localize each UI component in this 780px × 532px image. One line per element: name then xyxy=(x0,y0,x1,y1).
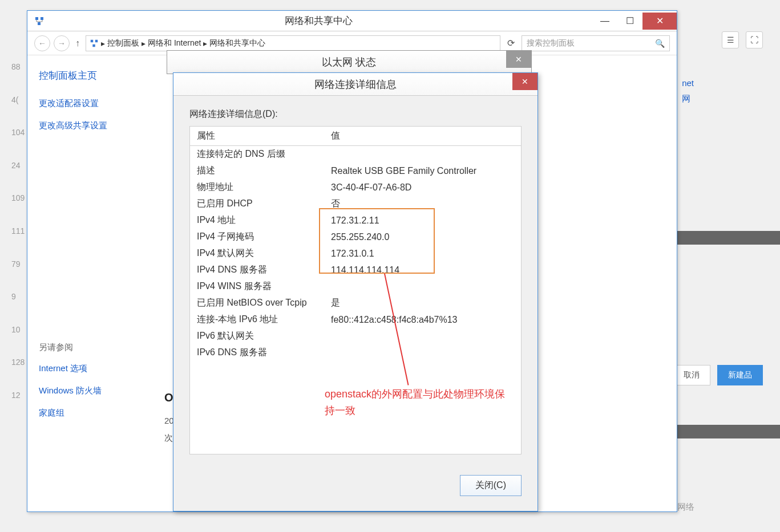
sidebar-link[interactable]: Windows 防火墙 xyxy=(39,385,153,396)
close-button[interactable]: ✕ xyxy=(506,51,531,68)
network-link[interactable]: 网 xyxy=(682,94,694,104)
svg-rect-0 xyxy=(35,17,38,20)
titlebar: 网络和共享中心 — ☐ ✕ xyxy=(27,11,677,31)
sidebar-link[interactable]: 更改适配器设置 xyxy=(39,98,153,109)
nav-forward-button[interactable]: → xyxy=(54,35,70,51)
sidebar-link[interactable]: Internet 选项 xyxy=(39,363,153,374)
table-row[interactable]: IPv6 默认网关 xyxy=(190,328,521,344)
svg-rect-2 xyxy=(38,22,41,25)
table-row[interactable]: IPv4 WINS 服务器 xyxy=(190,278,521,295)
close-button[interactable]: ✕ xyxy=(512,73,537,90)
nav-back-button[interactable]: ← xyxy=(34,35,50,51)
control-panel-home-link[interactable]: 控制面板主页 xyxy=(39,69,153,82)
table-row[interactable]: 物理地址3C-40-4F-07-A6-8D xyxy=(190,179,521,196)
minimize-button[interactable]: — xyxy=(592,13,617,30)
svg-rect-1 xyxy=(41,17,43,20)
network-icon xyxy=(34,16,45,26)
network-details-dialog: 网络连接详细信息 ✕ 网络连接详细信息(D): 属性 值 连接特定的 DNS 后… xyxy=(173,72,538,511)
close-c-button[interactable]: 关闭(C) xyxy=(460,475,522,496)
col-value: 值 xyxy=(324,127,521,146)
editor-gutter: 884(104 24109111 79910 12812 xyxy=(11,62,25,423)
table-row[interactable]: IPv4 DNS 服务器114.114.114.114 xyxy=(190,262,521,278)
sidebar-link[interactable]: 更改高级共享设置 xyxy=(39,120,153,131)
breadcrumb-part[interactable]: 控制面板 xyxy=(107,38,139,48)
window-title: 网络和共享中心 xyxy=(45,14,592,27)
network-link[interactable]: net xyxy=(682,78,694,88)
sidebar: 控制面板主页 更改适配器设置 更改高级共享设置 另请参阅 Internet 选项… xyxy=(27,55,164,511)
table-row[interactable]: 连接-本地 IPv6 地址fe80::412a:c458:f4c8:a4b7%1… xyxy=(190,311,521,328)
annotation-text: openstack的外网配置与此处物理环境保持一致 xyxy=(325,386,513,419)
list-icon[interactable]: ☰ xyxy=(722,31,739,48)
ethernet-status-dialog-title: 以太网 状态 ✕ xyxy=(167,50,532,74)
table-row[interactable]: IPv4 子网掩码255.255.240.0 xyxy=(190,229,521,245)
svg-rect-5 xyxy=(92,44,95,46)
network-icon xyxy=(90,39,99,48)
svg-rect-3 xyxy=(91,39,93,42)
create-button[interactable]: 新建品 xyxy=(717,365,763,385)
col-property: 属性 xyxy=(190,127,324,146)
sidebar-link[interactable]: 家庭组 xyxy=(39,408,153,419)
table-row[interactable]: 已启用 NetBIOS over Tcpip是 xyxy=(190,295,521,311)
close-button[interactable]: ✕ xyxy=(642,13,677,30)
search-input[interactable]: 搜索控制面板 🔍 xyxy=(522,35,670,51)
search-icon: 🔍 xyxy=(655,39,665,48)
nav-up-button[interactable]: ↑ xyxy=(73,38,82,48)
dialog-title: 网络连接详细信息 ✕ xyxy=(173,73,537,96)
page-actions: 取消 新建品 xyxy=(673,365,763,385)
search-placeholder: 搜索控制面板 xyxy=(527,38,575,48)
maximize-button[interactable]: ☐ xyxy=(617,13,642,30)
refresh-button[interactable]: ⟳ xyxy=(504,38,518,48)
fullscreen-icon[interactable]: ⛶ xyxy=(746,31,763,48)
table-row[interactable]: IPv6 DNS 服务器 xyxy=(190,344,521,361)
breadcrumb-part[interactable]: 网络和共享中心 xyxy=(209,38,265,48)
svg-rect-4 xyxy=(95,39,98,42)
table-row[interactable]: IPv4 地址172.31.2.11 xyxy=(190,212,521,229)
table-row[interactable]: 描述Realtek USB GBE Family Controller xyxy=(190,163,521,179)
table-row[interactable]: 连接特定的 DNS 后缀 xyxy=(190,146,521,163)
details-list[interactable]: 属性 值 连接特定的 DNS 后缀 描述Realtek USB GBE Fami… xyxy=(189,126,522,454)
breadcrumb[interactable]: ▸控制面板 ▸网络和 Internet ▸网络和共享中心 xyxy=(86,35,500,51)
see-also-heading: 另请参阅 xyxy=(39,342,153,353)
cancel-button[interactable]: 取消 xyxy=(673,365,710,385)
table-row[interactable]: 已启用 DHCP否 xyxy=(190,196,521,212)
breadcrumb-part[interactable]: 网络和 Internet xyxy=(148,38,201,48)
table-row[interactable]: IPv4 默认网关172.31.0.1 xyxy=(190,245,521,262)
list-label: 网络连接详细信息(D): xyxy=(189,108,522,120)
page-options: ☰ ⛶ xyxy=(705,26,780,54)
